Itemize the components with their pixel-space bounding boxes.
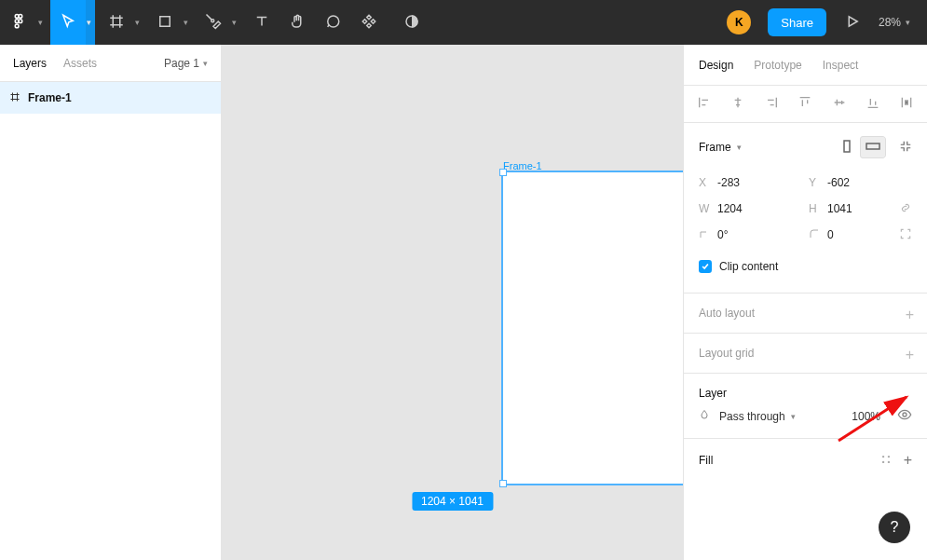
align-vcenter-icon[interactable] bbox=[832, 95, 847, 113]
chevron-down-icon: ▾ bbox=[906, 18, 910, 27]
main-menu-button[interactable] bbox=[0, 0, 37, 45]
tab-assets[interactable]: Assets bbox=[63, 57, 97, 70]
y-value[interactable]: -602 bbox=[827, 176, 891, 189]
style-picker-icon[interactable] bbox=[879, 453, 893, 469]
align-right-icon[interactable] bbox=[764, 95, 779, 113]
zoom-value: 28% bbox=[879, 16, 901, 29]
tab-design[interactable]: Design bbox=[699, 59, 733, 72]
tab-prototype[interactable]: Prototype bbox=[754, 59, 801, 72]
blend-mode-select[interactable]: Pass through ▾ bbox=[719, 410, 796, 423]
frame-icon bbox=[9, 91, 20, 105]
align-left-icon[interactable] bbox=[697, 95, 712, 113]
svg-point-9 bbox=[903, 413, 907, 417]
chevron-down-icon: ▾ bbox=[38, 18, 43, 27]
chevron-down-icon: ▾ bbox=[87, 18, 91, 27]
corner-radius-icon bbox=[809, 228, 827, 242]
frame-tool-button[interactable] bbox=[99, 0, 134, 45]
link-dimensions-icon[interactable] bbox=[899, 201, 912, 217]
mask-icon bbox=[403, 13, 420, 33]
x-value[interactable]: -283 bbox=[717, 176, 781, 189]
resize-handle-tl[interactable] bbox=[499, 169, 507, 176]
svg-point-11 bbox=[887, 455, 889, 457]
visibility-toggle[interactable] bbox=[897, 407, 912, 425]
avatar[interactable]: K bbox=[727, 10, 751, 34]
layer-item[interactable]: Frame-1 bbox=[0, 82, 221, 114]
add-fill-button[interactable]: + bbox=[904, 452, 912, 469]
align-bottom-icon[interactable] bbox=[866, 95, 880, 113]
share-button[interactable]: Share bbox=[768, 8, 826, 36]
resize-handle-bl[interactable] bbox=[499, 480, 507, 487]
pen-tool-chevron[interactable]: ▾ bbox=[227, 18, 240, 27]
avatar-initial: K bbox=[735, 16, 743, 29]
resize-horizontal-icon bbox=[866, 141, 880, 154]
distribute-icon[interactable] bbox=[899, 95, 914, 113]
page-select[interactable]: Page 1 ▾ bbox=[164, 57, 208, 70]
mask-button[interactable] bbox=[401, 0, 423, 45]
shape-tool-button[interactable] bbox=[147, 0, 183, 45]
top-toolbar: ▾ ▾ ▾ ▾ ▾ bbox=[0, 0, 927, 45]
play-icon bbox=[844, 13, 861, 33]
auto-layout-label: Auto layout bbox=[699, 307, 755, 320]
add-auto-layout-button[interactable]: + bbox=[906, 307, 914, 323]
rotation-value[interactable]: 0° bbox=[717, 228, 781, 241]
frame-name-label[interactable]: Frame-1 bbox=[503, 160, 542, 171]
tab-inspect[interactable]: Inspect bbox=[823, 59, 859, 72]
h-value[interactable]: 1041 bbox=[827, 202, 891, 215]
chevron-down-icon: ▾ bbox=[184, 18, 188, 27]
alignment-controls bbox=[684, 86, 927, 123]
svg-point-13 bbox=[887, 460, 889, 462]
layers-panel: Layers Assets Page 1 ▾ Frame-1 bbox=[0, 45, 222, 560]
layer-section: Layer Pass through ▾ 100% bbox=[684, 374, 927, 439]
resize-vertical-button[interactable] bbox=[834, 136, 860, 158]
cursor-icon bbox=[60, 13, 76, 33]
text-tool-button[interactable] bbox=[244, 0, 279, 45]
components-icon bbox=[361, 13, 377, 33]
svg-rect-3 bbox=[19, 19, 22, 22]
fill-label: Fill bbox=[699, 454, 713, 467]
svg-rect-5 bbox=[160, 16, 170, 26]
text-icon bbox=[253, 13, 270, 33]
tab-layers[interactable]: Layers bbox=[13, 57, 47, 70]
comment-tool-button[interactable] bbox=[315, 0, 350, 45]
svg-rect-4 bbox=[15, 24, 19, 28]
rotation-icon bbox=[699, 228, 717, 242]
move-tool-chevron[interactable]: ▾ bbox=[82, 0, 95, 45]
move-tool-button[interactable] bbox=[50, 0, 86, 45]
svg-rect-7 bbox=[844, 141, 850, 152]
pen-icon bbox=[205, 13, 222, 33]
radius-value[interactable]: 0 bbox=[827, 228, 891, 241]
chevron-down-icon[interactable]: ▾ bbox=[737, 143, 742, 152]
present-button[interactable] bbox=[843, 0, 862, 45]
resize-horizontal-button[interactable] bbox=[860, 136, 886, 158]
help-button[interactable]: ? bbox=[879, 512, 910, 543]
svg-rect-1 bbox=[19, 14, 22, 18]
add-layout-grid-button[interactable]: + bbox=[906, 347, 914, 363]
opacity-value[interactable]: 100% bbox=[852, 410, 880, 423]
w-value[interactable]: 1204 bbox=[717, 202, 781, 215]
align-top-icon[interactable] bbox=[797, 95, 812, 113]
zoom-dropdown[interactable]: 28% ▾ bbox=[879, 16, 910, 29]
clip-content-checkbox[interactable] bbox=[699, 260, 712, 273]
x-label: X bbox=[699, 176, 717, 189]
fit-icon[interactable] bbox=[899, 140, 912, 156]
align-hcenter-icon[interactable] bbox=[730, 95, 745, 113]
figma-logo-icon bbox=[10, 13, 27, 33]
components-button[interactable] bbox=[358, 0, 380, 45]
main-menu-chevron[interactable]: ▾ bbox=[34, 18, 47, 27]
page-label: Page 1 bbox=[164, 57, 199, 70]
hand-tool-button[interactable] bbox=[279, 0, 315, 45]
independent-corners-icon[interactable] bbox=[899, 227, 912, 243]
pen-tool-button[interactable] bbox=[196, 0, 231, 45]
clip-content-label: Clip content bbox=[719, 260, 778, 273]
comment-icon bbox=[324, 13, 341, 33]
frame-section: Frame ▾ X -283 Y -602 bbox=[684, 123, 927, 294]
frame-tool-chevron[interactable]: ▾ bbox=[130, 18, 143, 27]
fill-section: Fill + bbox=[684, 439, 927, 482]
w-label: W bbox=[699, 202, 717, 215]
help-icon: ? bbox=[891, 519, 899, 536]
svg-point-10 bbox=[882, 455, 884, 457]
selected-frame[interactable] bbox=[503, 172, 684, 484]
auto-layout-section: Auto layout + bbox=[684, 294, 927, 334]
canvas[interactable]: Frame-1 1204 × 1041 bbox=[222, 45, 684, 560]
shape-tool-chevron[interactable]: ▾ bbox=[179, 18, 192, 27]
